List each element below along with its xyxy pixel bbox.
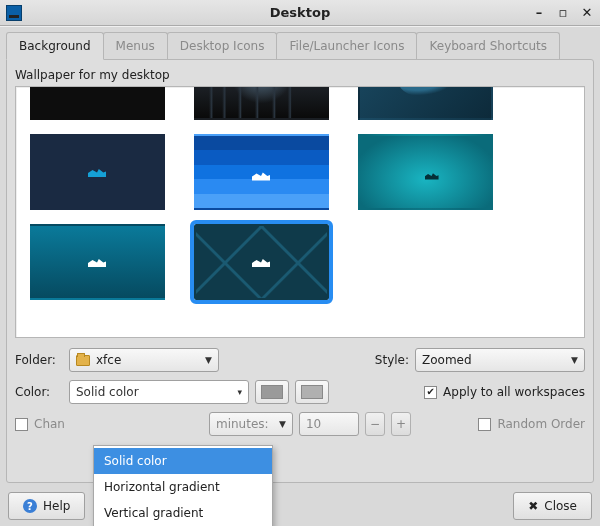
client-area: Background Menus Desktop Icons File/Laun…	[0, 26, 600, 526]
wallpaper-thumb[interactable]: XFCE	[186, 86, 336, 125]
apply-all-label: Apply to all workspaces	[443, 385, 585, 399]
tab-file-launcher-icons[interactable]: File/Launcher Icons	[276, 32, 417, 59]
help-button[interactable]: ? Help	[8, 492, 85, 520]
chevron-down-icon: ▼	[571, 355, 578, 365]
color-menu-item-solid[interactable]: Solid color	[94, 448, 272, 474]
wallpaper-thumb[interactable]	[186, 129, 336, 215]
wallpaper-thumb[interactable]	[22, 129, 172, 215]
tab-bar: Background Menus Desktop Icons File/Laun…	[6, 31, 594, 59]
color-menu-item-vertical[interactable]: Vertical gradient	[94, 500, 272, 526]
maximize-button[interactable]: ▫	[556, 6, 570, 20]
folder-combobox[interactable]: xfce ▼	[69, 348, 219, 372]
color-swatch-2	[301, 385, 323, 399]
help-icon: ?	[23, 499, 37, 513]
window-title: Desktop	[0, 5, 600, 20]
minimize-button[interactable]: –	[532, 6, 546, 20]
close-button[interactable]: ✖ Close	[513, 492, 592, 520]
wallpaper-thumb[interactable]	[350, 86, 500, 125]
folder-value: xfce	[96, 353, 199, 367]
tabpanel-background: Wallpaper for my desktop XFCE Folder: xf…	[6, 59, 594, 483]
interval-decrement-button[interactable]: −	[365, 412, 385, 436]
folder-icon	[76, 355, 90, 366]
row-color: Color: Solid color ▾ Apply to all worksp…	[15, 380, 585, 404]
wallpaper-thumb-selected[interactable]	[186, 219, 336, 305]
interval-unit-combobox[interactable]: minutes: ▼	[209, 412, 293, 436]
wallpaper-thumb[interactable]	[22, 86, 172, 125]
close-icon: ✖	[528, 499, 538, 513]
chevron-down-icon: ▼	[279, 419, 286, 429]
color-combobox[interactable]: Solid color ▾	[69, 380, 249, 404]
row-folder-style: Folder: xfce ▼ Style: Zoomed ▼	[15, 348, 585, 372]
color-swatch-1	[261, 385, 283, 399]
tab-keyboard-shortcuts[interactable]: Keyboard Shortcuts	[416, 32, 560, 59]
chevron-down-icon: ▼	[205, 355, 212, 365]
wallpaper-section-label: Wallpaper for my desktop	[15, 68, 585, 82]
random-order-checkbox[interactable]	[478, 418, 491, 431]
interval-value: 10	[306, 417, 321, 431]
color-value: Solid color	[76, 385, 231, 399]
style-combobox[interactable]: Zoomed ▼	[415, 348, 585, 372]
app-icon	[6, 5, 22, 21]
color-menu-item-horizontal[interactable]: Horizontal gradient	[94, 474, 272, 500]
color-dropdown-menu: Solid color Horizontal gradient Vertical…	[93, 445, 273, 526]
color-swatch-2-button[interactable]	[295, 380, 329, 404]
tab-desktop-icons[interactable]: Desktop Icons	[167, 32, 278, 59]
interval-increment-button[interactable]: +	[391, 412, 411, 436]
chevron-down-icon: ▾	[237, 387, 242, 397]
folder-label: Folder:	[15, 353, 63, 367]
change-bg-checkbox[interactable]	[15, 418, 28, 431]
tab-menus[interactable]: Menus	[103, 32, 168, 59]
color-swatch-1-button[interactable]	[255, 380, 289, 404]
change-bg-label: Chan	[34, 417, 65, 431]
style-label: Style:	[375, 353, 409, 367]
close-button-label: Close	[544, 499, 577, 513]
row-change-bg: Chan minutes: ▼ 10 − + Random Order	[15, 412, 585, 436]
interval-value-input[interactable]: 10	[299, 412, 359, 436]
titlebar: Desktop – ▫ ✕	[0, 0, 600, 26]
color-label: Color:	[15, 385, 63, 399]
style-value: Zoomed	[422, 353, 565, 367]
wallpaper-thumb-empty	[350, 219, 500, 305]
apply-all-checkbox[interactable]	[424, 386, 437, 399]
wallpaper-thumb[interactable]	[350, 129, 500, 215]
random-order-label: Random Order	[497, 417, 585, 431]
help-button-label: Help	[43, 499, 70, 513]
interval-unit-value: minutes:	[216, 417, 273, 431]
wallpaper-grid[interactable]: XFCE	[15, 86, 585, 338]
close-window-button[interactable]: ✕	[580, 6, 594, 20]
wallpaper-thumb[interactable]	[22, 219, 172, 305]
tab-background[interactable]: Background	[6, 32, 104, 60]
